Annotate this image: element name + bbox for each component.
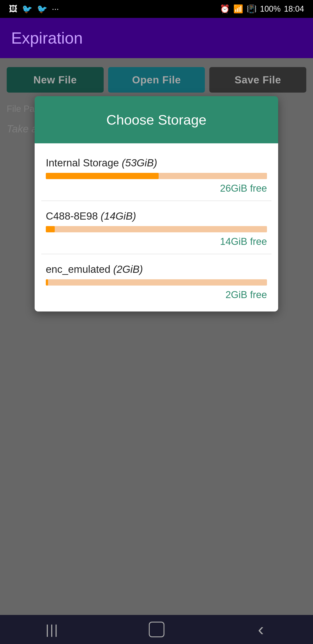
storage-item-internal[interactable]: Internal Storage (53GiB) 26GiB free [35,148,278,200]
battery-label: 100% [260,4,281,14]
storage-free-emulated: 2GiB free [46,289,267,300]
storage-name-c488: C488-8E98 (14GiB) [46,210,267,222]
home-icon [149,622,164,637]
progress-fill-c488 [46,226,55,232]
time-label: 18:04 [284,4,304,14]
app-header: Expiration [0,18,313,58]
home-button[interactable] [143,620,170,638]
progress-bar-c488 [46,226,267,232]
twitter-icon-1: 🐦 [22,4,32,14]
storage-size-c488: (14GiB) [101,210,136,222]
status-bar-left: 🖼 🐦 🐦 ··· [9,4,59,14]
storage-free-internal: 26GiB free [46,183,267,194]
alarm-icon: ⏰ [220,4,230,14]
storage-size-internal: (53GiB) [122,157,157,168]
progress-fill-internal [46,173,159,179]
storage-name-emulated: enc_emulated (2GiB) [46,263,267,275]
storage-item-c488[interactable]: C488-8E98 (14GiB) 14GiB free [35,201,278,254]
progress-bar-internal [46,173,267,179]
signal-icon: 📳 [247,4,257,14]
bottom-nav: ||| [0,615,313,644]
wifi-icon: 📶 [233,4,243,14]
status-bar-right: ⏰ 📶 📳 100% 18:04 [220,4,304,14]
main-content: New File Open File Save File File Path..… [0,58,313,615]
progress-fill-emulated [46,279,48,286]
more-icon: ··· [52,4,59,14]
modal-body: Internal Storage (53GiB) 26GiB free C488… [35,143,278,312]
twitter-icon-2: 🐦 [37,4,47,14]
modal-title: Choose Storage [106,112,206,128]
storage-name-internal: Internal Storage (53GiB) [46,157,267,169]
status-bar: 🖼 🐦 🐦 ··· ⏰ 📶 📳 100% 18:04 [0,0,313,18]
storage-size-emulated: (2GiB) [113,264,143,275]
app-title: Expiration [11,29,83,47]
modal-header: Choose Storage [35,96,278,143]
storage-free-c488: 14GiB free [46,236,267,247]
recents-button[interactable]: ||| [39,620,66,638]
back-icon [258,620,264,638]
back-button[interactable] [248,620,274,638]
choose-storage-dialog: Choose Storage Internal Storage (53GiB) … [35,96,278,312]
image-icon: 🖼 [9,4,17,14]
storage-item-emulated[interactable]: enc_emulated (2GiB) 2GiB free [35,254,278,307]
progress-bar-emulated [46,279,267,286]
recents-icon: ||| [45,622,59,637]
